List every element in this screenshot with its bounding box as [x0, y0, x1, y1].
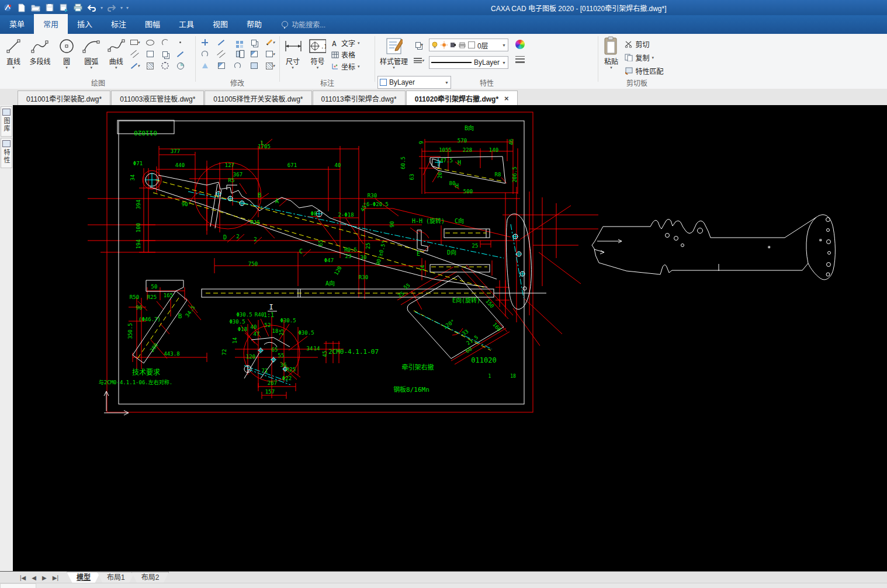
block-tool-icon[interactable] [249, 61, 259, 71]
save-all-icon[interactable] [58, 2, 69, 13]
cad-drawing[interactable]: 1170537744012767140367R5Φ713439410019490… [13, 105, 887, 571]
menu-tab-视图[interactable]: 视图 [203, 14, 237, 34]
trim-tool-icon[interactable] [216, 37, 226, 47]
coordinate-button[interactable]: 坐标▾ [331, 61, 360, 72]
arc-tool-button[interactable]: 圆弧 ▾ [80, 35, 102, 71]
drawing-canvas[interactable]: 1170537744012767140367R5Φ713439410019490… [13, 105, 887, 571]
save-icon[interactable] [44, 2, 55, 13]
copy-button[interactable]: 复制▾ [625, 52, 663, 63]
stretch-tool-icon[interactable] [200, 61, 210, 71]
dimension-text: 34 [307, 346, 313, 352]
corner-tool-icon[interactable] [249, 49, 259, 59]
menu-bar: 菜单常用插入标注图幅工具视图帮助 功能搜索... [0, 15, 887, 34]
rotate-tool-icon[interactable] [233, 61, 242, 71]
sheet-tab-布局2[interactable]: 布局2 [131, 572, 169, 583]
array-tool-icon[interactable] [233, 37, 242, 47]
document-tab[interactable]: 011003液压管挂板.dwg* [111, 91, 204, 105]
layer-select[interactable]: 0层 ▼ [429, 39, 508, 51]
line-tool-button[interactable]: 直线 ▾ [2, 35, 25, 71]
arrow-tool-icon[interactable] [175, 49, 185, 59]
dimension-text: E向(旋转) [452, 297, 480, 304]
close-tab-icon[interactable]: × [504, 94, 509, 103]
open-file-icon[interactable] [30, 2, 41, 13]
polyline-tool-button[interactable]: 多段线 [27, 35, 53, 68]
layer-tools-icon[interactable]: ▾ [414, 40, 424, 50]
table-button[interactable]: 表格 [331, 49, 360, 60]
document-tab[interactable]: 011013牵引架焊合.dwg* [313, 91, 406, 105]
spline-tool-button[interactable]: 曲线 ▾ [105, 35, 127, 71]
side-tab-特性[interactable]: 特性 [1, 138, 12, 168]
hatch-tool-icon[interactable] [145, 61, 155, 71]
dimension-text: H [458, 159, 461, 166]
menu-tab-常用[interactable]: 常用 [34, 14, 68, 34]
menu-tab-插入[interactable]: 插入 [68, 14, 102, 34]
edit-tool-icon[interactable]: ▾ [265, 37, 275, 47]
dropdown-icon[interactable]: ▾ [610, 66, 612, 69]
linetype-list-icon[interactable]: ▾ [414, 55, 424, 65]
document-tab[interactable]: 011001牵引架装配.dwg* [18, 91, 110, 105]
undo-icon[interactable] [86, 2, 97, 13]
dropdown-icon[interactable]: ▾ [292, 66, 294, 69]
break-tool-icon[interactable] [216, 49, 226, 59]
dropdown-icon[interactable]: ▾ [91, 66, 93, 69]
document-tab[interactable]: 011020牵引架焊右撤.dwg*× [406, 91, 518, 105]
symbol-button[interactable]: .1 符号 ▾ [306, 35, 328, 71]
sketch-line-tool-icon[interactable]: ▾ [130, 61, 140, 71]
pie-tool-icon[interactable] [175, 61, 185, 71]
dropdown-icon[interactable]: ▾ [115, 66, 117, 69]
cut-button[interactable]: 剪切 [625, 39, 663, 50]
dropdown-icon[interactable]: ▾ [65, 66, 68, 69]
dimension-text: 1055 [439, 147, 452, 153]
color-wheel-icon[interactable] [515, 40, 525, 49]
text-button[interactable]: A 文字▾ [331, 37, 360, 48]
region-tool-icon[interactable]: ▾ [265, 61, 275, 71]
rectangle-edit-tool-icon[interactable]: ▾ [265, 49, 275, 59]
new-file-icon[interactable] [16, 2, 27, 13]
paste-button[interactable]: 粘贴 ▾ [600, 35, 622, 71]
mirror-tool-icon[interactable] [233, 49, 242, 59]
dropdown-icon[interactable]: ▾ [317, 66, 319, 69]
dropdown-icon[interactable]: ▾ [393, 66, 395, 69]
dimension-text: 2CM0-4.1.1-07 [328, 348, 379, 356]
redo-icon[interactable] [106, 2, 117, 13]
app-logo-icon[interactable] [2, 2, 13, 13]
dropdown-icon[interactable]: ▾ [12, 66, 15, 69]
parallel-line-tool-icon[interactable] [130, 49, 140, 59]
move-tool-icon[interactable] [200, 37, 210, 47]
offset-tool-icon[interactable] [200, 49, 210, 59]
menu-tab-图幅[interactable]: 图幅 [136, 14, 169, 34]
copy-tool-icon[interactable] [249, 37, 259, 47]
title-bar: ▾ ▾ ▾ CAXA CAD 电子图板 2020 - [011020牵引架焊右撤… [0, 0, 887, 15]
match-properties-button[interactable]: 特性匹配 [625, 65, 663, 76]
polygon-tool-icon[interactable] [145, 49, 155, 59]
point-tool-icon[interactable] [175, 37, 185, 47]
menu-tab-帮助[interactable]: 帮助 [237, 14, 271, 34]
menu-tab-标注[interactable]: 标注 [102, 14, 136, 34]
toolbar-options-icon[interactable]: ▾ [126, 5, 129, 11]
undo-dropdown-icon[interactable]: ▾ [101, 5, 103, 11]
style-manager-button[interactable]: 样式管理 ▾ [377, 35, 410, 71]
function-search[interactable]: 功能搜索... [282, 19, 325, 34]
dimension-text: R25 [286, 367, 296, 373]
print-icon[interactable] [72, 2, 83, 13]
document-tab[interactable]: 011005择性开关安装板.dwg* [205, 91, 311, 105]
sheet-tab-布局1[interactable]: 布局1 [97, 572, 135, 583]
sheet-nav-buttons[interactable]: |◀◀ ▶▶| [0, 575, 67, 581]
curve-fit-tool-icon[interactable] [160, 37, 170, 47]
redo-dropdown-icon[interactable]: ▾ [120, 5, 123, 11]
sheet-tab-模型[interactable]: 模型 [67, 572, 101, 583]
chamfer-tool-icon[interactable] [216, 61, 226, 71]
rectangle-tool-icon[interactable]: ▾ [130, 37, 140, 47]
ellipse-tool-icon[interactable] [145, 37, 155, 47]
group-label-modify: 修改 [198, 78, 277, 88]
dropdown-icon: ▼ [502, 43, 506, 47]
menu-tab-工具[interactable]: 工具 [169, 14, 203, 34]
gear-tool-icon[interactable] [160, 61, 170, 71]
circle-tool-button[interactable]: 圆 ▾ [56, 35, 78, 71]
side-tab-图库[interactable]: 图库 [1, 106, 12, 137]
lineweight-icon[interactable] [515, 56, 525, 63]
dimension-button[interactable]: 尺寸 ▾ [282, 35, 304, 71]
bolt-tool-icon[interactable] [160, 49, 170, 59]
menu-tab-菜单[interactable]: 菜单 [0, 14, 34, 34]
linetype-select[interactable]: ByLayer ▼ [429, 56, 508, 69]
